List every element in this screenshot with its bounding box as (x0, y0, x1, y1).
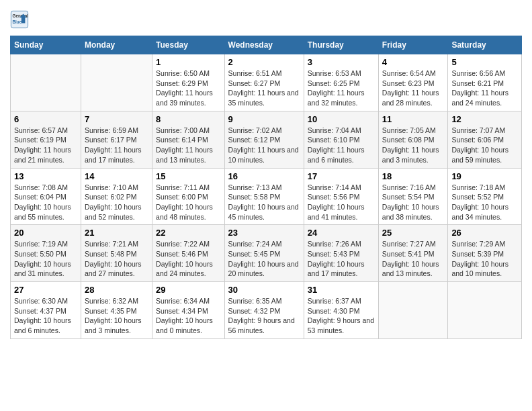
calendar-cell: 6Sunrise: 6:57 AM Sunset: 6:19 PM Daylig… (11, 111, 81, 168)
logo-icon: General Blue (10, 10, 29, 29)
day-number: 28 (85, 285, 148, 295)
day-info: Sunrise: 7:16 AM Sunset: 5:54 PM Dayligh… (382, 183, 445, 222)
day-info: Sunrise: 7:21 AM Sunset: 5:48 PM Dayligh… (85, 239, 148, 279)
day-number: 7 (85, 114, 148, 124)
calendar-cell: 18Sunrise: 7:16 AM Sunset: 5:54 PM Dayli… (378, 168, 448, 225)
day-number: 2 (228, 57, 300, 67)
week-row-4: 20Sunrise: 7:19 AM Sunset: 5:50 PM Dayli… (11, 225, 522, 282)
calendar-cell: 3Sunrise: 6:53 AM Sunset: 6:25 PM Daylig… (304, 54, 378, 111)
day-info: Sunrise: 7:29 AM Sunset: 5:39 PM Dayligh… (451, 239, 518, 279)
calendar-cell: 29Sunrise: 6:34 AM Sunset: 4:34 PM Dayli… (152, 282, 225, 339)
week-row-5: 27Sunrise: 6:30 AM Sunset: 4:37 PM Dayli… (11, 282, 522, 339)
day-number: 26 (451, 228, 518, 238)
day-number: 20 (14, 228, 77, 238)
calendar-header-row: SundayMondayTuesdayWednesdayThursdayFrid… (11, 36, 522, 54)
day-number: 6 (14, 114, 77, 124)
week-row-2: 6Sunrise: 6:57 AM Sunset: 6:19 PM Daylig… (11, 111, 522, 168)
calendar-cell: 31Sunrise: 6:37 AM Sunset: 4:30 PM Dayli… (304, 282, 378, 339)
calendar-cell: 9Sunrise: 7:02 AM Sunset: 6:12 PM Daylig… (224, 111, 304, 168)
day-info: Sunrise: 7:18 AM Sunset: 5:52 PM Dayligh… (451, 183, 518, 222)
day-number: 4 (382, 57, 445, 67)
day-info: Sunrise: 6:53 AM Sunset: 6:25 PM Dayligh… (308, 68, 375, 108)
calendar-cell: 30Sunrise: 6:35 AM Sunset: 4:32 PM Dayli… (224, 282, 304, 339)
day-info: Sunrise: 7:00 AM Sunset: 6:14 PM Dayligh… (156, 126, 221, 165)
day-number: 14 (85, 171, 148, 181)
day-info: Sunrise: 7:19 AM Sunset: 5:50 PM Dayligh… (14, 239, 77, 279)
day-info: Sunrise: 7:27 AM Sunset: 5:41 PM Dayligh… (382, 239, 445, 279)
day-number: 30 (228, 285, 300, 295)
day-number: 16 (228, 171, 300, 181)
day-number: 25 (382, 228, 445, 238)
day-info: Sunrise: 6:56 AM Sunset: 6:21 PM Dayligh… (451, 68, 518, 108)
header-friday: Friday (378, 36, 448, 54)
header-wednesday: Wednesday (224, 36, 304, 54)
day-info: Sunrise: 7:10 AM Sunset: 6:02 PM Dayligh… (85, 183, 148, 222)
calendar-cell: 17Sunrise: 7:14 AM Sunset: 5:56 PM Dayli… (304, 168, 378, 225)
header-tuesday: Tuesday (152, 36, 225, 54)
day-info: Sunrise: 6:34 AM Sunset: 4:34 PM Dayligh… (156, 296, 221, 336)
calendar-cell (448, 282, 522, 339)
day-number: 1 (156, 57, 221, 67)
calendar-cell: 25Sunrise: 7:27 AM Sunset: 5:41 PM Dayli… (378, 225, 448, 282)
day-info: Sunrise: 6:30 AM Sunset: 4:37 PM Dayligh… (14, 296, 77, 336)
day-info: Sunrise: 6:50 AM Sunset: 6:29 PM Dayligh… (156, 68, 221, 108)
calendar-cell: 23Sunrise: 7:24 AM Sunset: 5:45 PM Dayli… (224, 225, 304, 282)
day-number: 10 (308, 114, 375, 124)
calendar-cell: 13Sunrise: 7:08 AM Sunset: 6:04 PM Dayli… (11, 168, 81, 225)
day-number: 22 (156, 228, 221, 238)
day-number: 29 (156, 285, 221, 295)
day-number: 15 (156, 171, 221, 181)
week-row-3: 13Sunrise: 7:08 AM Sunset: 6:04 PM Dayli… (11, 168, 522, 225)
day-info: Sunrise: 6:54 AM Sunset: 6:23 PM Dayligh… (382, 68, 445, 108)
header-monday: Monday (81, 36, 152, 54)
calendar-cell: 7Sunrise: 6:59 AM Sunset: 6:17 PM Daylig… (81, 111, 152, 168)
day-number: 5 (451, 57, 518, 67)
calendar-cell: 8Sunrise: 7:00 AM Sunset: 6:14 PM Daylig… (152, 111, 225, 168)
day-info: Sunrise: 6:57 AM Sunset: 6:19 PM Dayligh… (14, 126, 77, 165)
calendar-cell: 19Sunrise: 7:18 AM Sunset: 5:52 PM Dayli… (448, 168, 522, 225)
day-info: Sunrise: 7:07 AM Sunset: 6:06 PM Dayligh… (451, 126, 518, 165)
calendar-cell: 10Sunrise: 7:04 AM Sunset: 6:10 PM Dayli… (304, 111, 378, 168)
day-info: Sunrise: 6:35 AM Sunset: 4:32 PM Dayligh… (228, 296, 300, 336)
day-number: 11 (382, 114, 445, 124)
calendar-cell: 2Sunrise: 6:51 AM Sunset: 6:27 PM Daylig… (224, 54, 304, 111)
day-number: 8 (156, 114, 221, 124)
calendar-cell: 20Sunrise: 7:19 AM Sunset: 5:50 PM Dayli… (11, 225, 81, 282)
calendar-cell: 27Sunrise: 6:30 AM Sunset: 4:37 PM Dayli… (11, 282, 81, 339)
calendar-cell: 11Sunrise: 7:05 AM Sunset: 6:08 PM Dayli… (378, 111, 448, 168)
day-number: 19 (451, 171, 518, 181)
day-info: Sunrise: 7:11 AM Sunset: 6:00 PM Dayligh… (156, 183, 221, 222)
calendar-table: SundayMondayTuesdayWednesdayThursdayFrid… (10, 36, 522, 339)
day-info: Sunrise: 7:08 AM Sunset: 6:04 PM Dayligh… (14, 183, 77, 222)
day-info: Sunrise: 7:26 AM Sunset: 5:43 PM Dayligh… (308, 239, 375, 279)
day-info: Sunrise: 6:51 AM Sunset: 6:27 PM Dayligh… (228, 68, 300, 108)
calendar-cell: 24Sunrise: 7:26 AM Sunset: 5:43 PM Dayli… (304, 225, 378, 282)
header-saturday: Saturday (448, 36, 522, 54)
calendar-cell: 15Sunrise: 7:11 AM Sunset: 6:00 PM Dayli… (152, 168, 225, 225)
calendar-cell: 1Sunrise: 6:50 AM Sunset: 6:29 PM Daylig… (152, 54, 225, 111)
day-number: 27 (14, 285, 77, 295)
calendar-cell: 4Sunrise: 6:54 AM Sunset: 6:23 PM Daylig… (378, 54, 448, 111)
day-number: 17 (308, 171, 375, 181)
day-info: Sunrise: 6:37 AM Sunset: 4:30 PM Dayligh… (308, 296, 375, 336)
day-number: 31 (308, 285, 375, 295)
calendar-cell: 21Sunrise: 7:21 AM Sunset: 5:48 PM Dayli… (81, 225, 152, 282)
page-header: General Blue (10, 10, 522, 29)
header-sunday: Sunday (11, 36, 81, 54)
day-number: 21 (85, 228, 148, 238)
calendar-cell: 5Sunrise: 6:56 AM Sunset: 6:21 PM Daylig… (448, 54, 522, 111)
calendar-cell: 22Sunrise: 7:22 AM Sunset: 5:46 PM Dayli… (152, 225, 225, 282)
header-thursday: Thursday (304, 36, 378, 54)
calendar-cell: 16Sunrise: 7:13 AM Sunset: 5:58 PM Dayli… (224, 168, 304, 225)
calendar-cell (11, 54, 81, 111)
day-info: Sunrise: 7:04 AM Sunset: 6:10 PM Dayligh… (308, 126, 375, 165)
day-info: Sunrise: 7:02 AM Sunset: 6:12 PM Dayligh… (228, 126, 300, 165)
day-number: 3 (308, 57, 375, 67)
day-info: Sunrise: 6:59 AM Sunset: 6:17 PM Dayligh… (85, 126, 148, 165)
day-number: 9 (228, 114, 300, 124)
calendar-cell: 12Sunrise: 7:07 AM Sunset: 6:06 PM Dayli… (448, 111, 522, 168)
svg-text:Blue: Blue (13, 19, 22, 24)
day-number: 18 (382, 171, 445, 181)
day-info: Sunrise: 7:13 AM Sunset: 5:58 PM Dayligh… (228, 183, 300, 222)
day-number: 24 (308, 228, 375, 238)
